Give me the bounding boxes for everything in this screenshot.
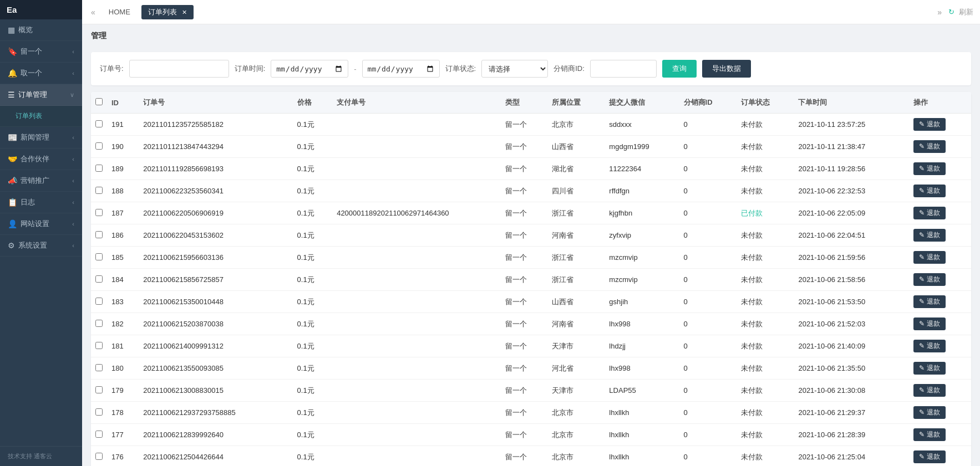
row-order-no: 20211011235725585182 <box>139 114 292 136</box>
col-wechat: 提交人微信 <box>605 92 679 114</box>
row-checkbox-7[interactable] <box>95 275 103 283</box>
row-id: 182 <box>107 313 139 335</box>
tab-close-icon[interactable]: ✕ <box>182 9 187 16</box>
col-id: ID <box>107 92 139 114</box>
row-id: 186 <box>107 224 139 247</box>
sidebar-item-quyi[interactable]: 🔔 取一个 ‹ <box>0 63 82 84</box>
refund-button-3[interactable]: ✎ 退款 <box>913 185 945 197</box>
refund-button-7[interactable]: ✎ 退款 <box>913 273 945 286</box>
sidebar-item-marketing[interactable]: 📣 营销推广 ‹ <box>0 170 82 192</box>
sidebar-item-order-list[interactable]: 订单列表 <box>0 106 82 127</box>
row-order-no: 20211006215956603136 <box>139 247 292 269</box>
row-location: 浙江省 <box>547 247 605 269</box>
row-checkbox-11[interactable] <box>95 364 103 371</box>
row-time: 2021-10-06 21:52:03 <box>794 313 909 335</box>
row-checkbox-4[interactable] <box>95 209 103 216</box>
row-checkbox-15[interactable] <box>95 453 103 460</box>
order-no-input[interactable] <box>129 60 229 78</box>
row-pay-no <box>332 247 501 269</box>
row-checkbox-2[interactable] <box>95 165 103 172</box>
website-settings-arrow-icon: ‹ <box>72 221 74 227</box>
row-price: 0.1元 <box>293 357 333 380</box>
row-checkbox-12[interactable] <box>95 386 103 393</box>
tab-home[interactable]: HOME <box>102 6 137 18</box>
row-location: 浙江省 <box>547 269 605 291</box>
query-button[interactable]: 查询 <box>662 60 697 78</box>
refund-button-11[interactable]: ✎ 退款 <box>913 362 945 375</box>
row-checkbox-14[interactable] <box>95 431 103 438</box>
liuyi-icon: 🔖 <box>8 47 17 56</box>
row-checkbox-1[interactable] <box>95 142 103 150</box>
row-id: 176 <box>107 446 139 467</box>
refund-button-13[interactable]: ✎ 退款 <box>913 406 945 419</box>
refund-button-2[interactable]: ✎ 退款 <box>913 162 945 175</box>
row-checkbox-0[interactable] <box>95 120 103 127</box>
sidebar-item-order-mgmt[interactable]: ☰ 订单管理 ∨ <box>0 84 82 106</box>
row-status: 未付款 <box>737 335 794 357</box>
refund-button-14[interactable]: ✎ 退款 <box>913 428 945 441</box>
row-wechat: mgdgm1999 <box>605 136 679 158</box>
row-time: 2021-10-11 23:57:25 <box>794 114 909 136</box>
row-status: 未付款 <box>737 158 794 180</box>
refund-button-12[interactable]: ✎ 退款 <box>913 384 945 397</box>
sidebar-item-system-settings[interactable]: ⚙ 系统设置 ‹ <box>0 235 82 257</box>
row-dist-id: 0 <box>679 224 737 247</box>
tab-order-list[interactable]: 订单列表 ✕ <box>141 5 194 19</box>
row-checkbox-cell <box>91 180 107 202</box>
refund-button-10[interactable]: ✎ 退款 <box>913 340 945 352</box>
sidebar-item-news-mgmt[interactable]: 📰 新闻管理 ‹ <box>0 127 82 148</box>
refund-button-6[interactable]: ✎ 退款 <box>913 251 945 264</box>
row-status: 未付款 <box>737 402 794 424</box>
refund-button-15[interactable]: ✎ 退款 <box>913 450 945 463</box>
row-pay-no <box>332 446 501 467</box>
refresh-icon[interactable]: ↻ <box>948 8 954 16</box>
refresh-label[interactable]: 刷新 <box>959 7 973 17</box>
export-button[interactable]: 导出数据 <box>702 60 751 78</box>
order-time-end-input[interactable] <box>362 60 440 78</box>
row-location: 北京市 <box>547 424 605 446</box>
row-checkbox-6[interactable] <box>95 253 103 260</box>
row-status: 未付款 <box>737 224 794 247</box>
row-price: 0.1元 <box>293 335 333 357</box>
refund-button-4[interactable]: ✎ 退款 <box>913 207 945 219</box>
order-time-start-input[interactable] <box>271 60 348 78</box>
refund-button-5[interactable]: ✎ 退款 <box>913 229 945 242</box>
row-price: 0.1元 <box>293 158 333 180</box>
row-status: 未付款 <box>737 446 794 467</box>
row-dist-id: 0 <box>679 380 737 402</box>
sidebar-item-overview[interactable]: ▦ 概览 <box>0 19 82 41</box>
main-area: « HOME 订单列表 ✕ » ↻ 刷新 管理 订单号: 订单时间: - 订单状… <box>82 0 980 466</box>
row-checkbox-8[interactable] <box>95 298 103 305</box>
news-icon: 📰 <box>8 133 17 142</box>
row-location: 北京市 <box>547 114 605 136</box>
prev-page-button[interactable]: « <box>89 7 98 18</box>
next-page-button[interactable]: » <box>935 7 944 18</box>
row-checkbox-5[interactable] <box>95 231 103 238</box>
row-price: 0.1元 <box>293 380 333 402</box>
row-time: 2021-10-06 21:28:39 <box>794 424 909 446</box>
sidebar-item-website-settings[interactable]: 👤 网站设置 ‹ <box>0 213 82 235</box>
row-checkbox-10[interactable] <box>95 342 103 349</box>
row-action-cell: ✎ 退款 <box>909 158 971 180</box>
row-status: 未付款 <box>737 291 794 313</box>
refund-button-8[interactable]: ✎ 退款 <box>913 295 945 308</box>
select-all-checkbox[interactable] <box>95 98 103 105</box>
row-wechat: lhxllkh <box>605 424 679 446</box>
distributor-id-input[interactable] <box>590 60 657 78</box>
row-type: 留一个 <box>501 313 547 335</box>
row-checkbox-9[interactable] <box>95 320 103 327</box>
order-status-label: 订单状态: <box>445 64 476 74</box>
row-checkbox-3[interactable] <box>95 187 103 194</box>
refund-button-1[interactable]: ✎ 退款 <box>913 140 945 153</box>
order-status-select[interactable]: 请选择 未付款 已付款 已退款 <box>481 60 548 78</box>
sidebar-item-liuyi[interactable]: 🔖 留一个 ‹ <box>0 41 82 63</box>
section-title: 管理 <box>91 31 971 45</box>
refund-button-0[interactable]: ✎ 退款 <box>913 118 945 131</box>
sidebar: Ea ▦ 概览 🔖 留一个 ‹ 🔔 取一个 ‹ ☰ 订单管理 ∨ 订单列表 📰 … <box>0 0 82 466</box>
overview-icon: ▦ <box>8 25 15 34</box>
sidebar-item-partner[interactable]: 🤝 合作伙伴 ‹ <box>0 148 82 170</box>
row-location: 北京市 <box>547 402 605 424</box>
row-checkbox-13[interactable] <box>95 408 103 416</box>
refund-button-9[interactable]: ✎ 退款 <box>913 318 945 330</box>
sidebar-item-diary[interactable]: 📋 日志 ‹ <box>0 192 82 213</box>
